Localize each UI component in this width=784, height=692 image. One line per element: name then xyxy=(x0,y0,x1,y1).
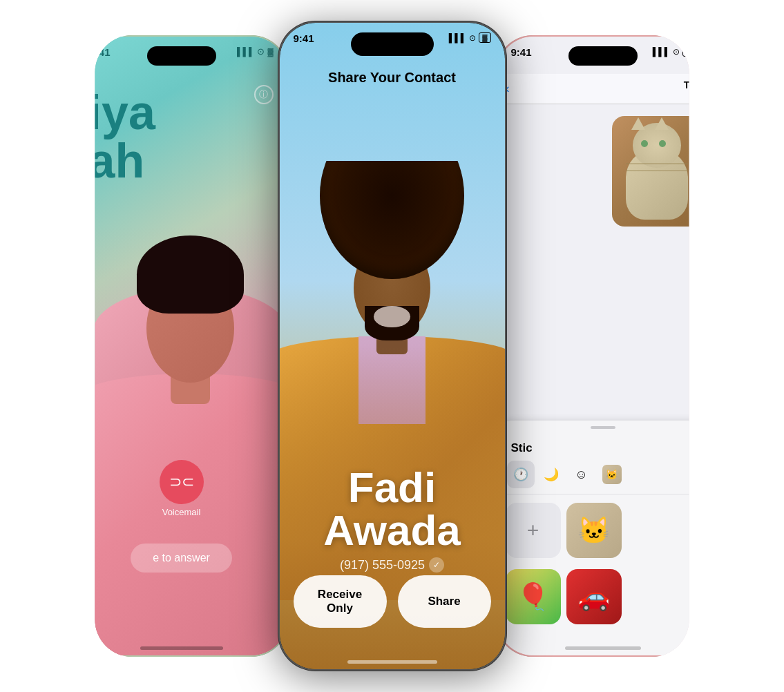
swipe-answer-area[interactable]: e to answer xyxy=(76,544,287,573)
phone-center: 9:41 ▌▌▌ ⊙ ▓ Share Your Contact Fadi Awa… xyxy=(278,21,506,671)
contact-last-name: Awada xyxy=(280,509,505,552)
center-status-icons: ▌▌▌ ⊙ ▓ xyxy=(449,32,491,43)
center-screen: 9:41 ▌▌▌ ⊙ ▓ Share Your Contact Fadi Awa… xyxy=(280,23,505,669)
info-button[interactable]: ⓘ xyxy=(254,85,274,104)
center-dynamic-island xyxy=(351,32,434,56)
voicemail-label: Voicemail xyxy=(162,507,201,517)
share-contact-title: Share Your Contact xyxy=(280,70,505,86)
add-sticker-button[interactable]: + xyxy=(506,503,561,558)
voicemail-symbol: ⊃⊂ xyxy=(169,473,194,491)
right-wifi-icon: ⊙ xyxy=(673,47,680,57)
caller-name-line1: iya xyxy=(88,88,155,137)
action-buttons: Receive Only Share xyxy=(280,575,505,628)
recent-tab[interactable]: 🕐 xyxy=(507,461,535,488)
phone-right: 9:41 ▌▌▌ ⊙ ▓ ‹ Toc 9:3 xyxy=(496,35,710,657)
swipe-answer-button[interactable]: e to answer xyxy=(131,544,232,573)
sticker-tabs: 🕐 🌙 ☺ 🐱 xyxy=(497,461,709,494)
right-signal-icon: ▌▌▌ xyxy=(653,47,671,57)
left-home-indicator xyxy=(140,646,223,650)
sticker-cat-tab[interactable]: 🐱 xyxy=(598,461,626,488)
swipe-answer-text: e to answer xyxy=(153,552,210,564)
right-dynamic-island xyxy=(568,46,638,66)
cat-sticker[interactable]: 🐱 xyxy=(566,503,622,558)
phone-left: 9:41 ▌▌▌ ⊙ ▓ ⓘ iya ah ⊃⊂ Vo xyxy=(75,35,289,657)
verified-badge: ✓ xyxy=(429,557,444,573)
wifi-icon: ⊙ xyxy=(257,46,265,57)
right-side-button[interactable] xyxy=(709,161,710,209)
right-home-indicator xyxy=(565,646,641,650)
center-wifi-icon: ⊙ xyxy=(469,33,476,43)
moon-tab[interactable]: 🌙 xyxy=(537,461,565,488)
left-status-icons: ▌▌▌ ⊙ ▓ xyxy=(237,46,274,57)
volume-down-button[interactable] xyxy=(75,182,76,209)
center-home-indicator xyxy=(347,660,437,664)
phones-container: 9:41 ▌▌▌ ⊙ ▓ ⓘ iya ah ⊃⊂ Vo xyxy=(0,0,784,692)
sticker-grid-row2: 🎈 🚗 xyxy=(497,566,709,627)
center-side-button[interactable] xyxy=(505,147,506,195)
emoji-tab[interactable]: ☺ xyxy=(568,461,595,488)
battery-icon: ▓ xyxy=(267,48,273,56)
messages-contact-name: Toc xyxy=(510,79,700,90)
signal-icon: ▌▌▌ xyxy=(237,47,255,57)
left-dynamic-island xyxy=(147,46,216,66)
right-status-icons: ▌▌▌ ⊙ ▓ xyxy=(653,46,695,57)
panel-handle xyxy=(591,426,615,429)
volume-up-button[interactable] xyxy=(75,147,76,175)
cat-message-image xyxy=(612,116,702,227)
caller-name-block: iya ah xyxy=(88,88,155,185)
voicemail-button[interactable]: ⊃⊂ Voicemail xyxy=(160,460,204,517)
caller-name-line2: ah xyxy=(88,137,155,185)
voicemail-icon: ⊃⊂ xyxy=(160,460,204,504)
messages-time: 9:3 xyxy=(510,90,700,99)
sticker-panel: Stic 🕐 🌙 ☺ 🐱 + 🐱 xyxy=(497,421,709,655)
left-time: 9:41 xyxy=(90,46,111,58)
sticker-grid: + 🐱 xyxy=(497,494,709,566)
right-time: 9:41 xyxy=(511,46,532,58)
receive-only-button[interactable]: Receive Only xyxy=(294,575,387,628)
balloon-sticker[interactable]: 🎈 xyxy=(506,569,561,624)
left-screen: 9:41 ▌▌▌ ⊙ ▓ ⓘ iya ah ⊃⊂ Vo xyxy=(76,37,287,655)
center-time: 9:41 xyxy=(294,32,314,44)
sticker-panel-title: Stic xyxy=(497,432,709,461)
center-battery-icon: ▓ xyxy=(479,32,490,43)
share-button[interactable]: Share xyxy=(398,575,491,628)
center-signal-icon: ▌▌▌ xyxy=(449,33,467,43)
contact-header-info: Toc 9:3 xyxy=(510,79,700,99)
contact-name-block: Fadi Awada (917) 555-0925 ✓ xyxy=(280,466,505,573)
messages-header: ‹ Toc 9:3 xyxy=(497,74,709,104)
right-screen: 9:41 ▌▌▌ ⊙ ▓ ‹ Toc 9:3 xyxy=(497,37,709,655)
contact-phone-number: (917) 555-0925 xyxy=(340,558,425,573)
contact-phone-block: (917) 555-0925 ✓ xyxy=(280,557,505,573)
contact-first-name: Fadi xyxy=(280,466,505,509)
right-battery-icon: ▓ xyxy=(682,46,694,57)
car-sticker[interactable]: 🚗 xyxy=(566,569,622,624)
